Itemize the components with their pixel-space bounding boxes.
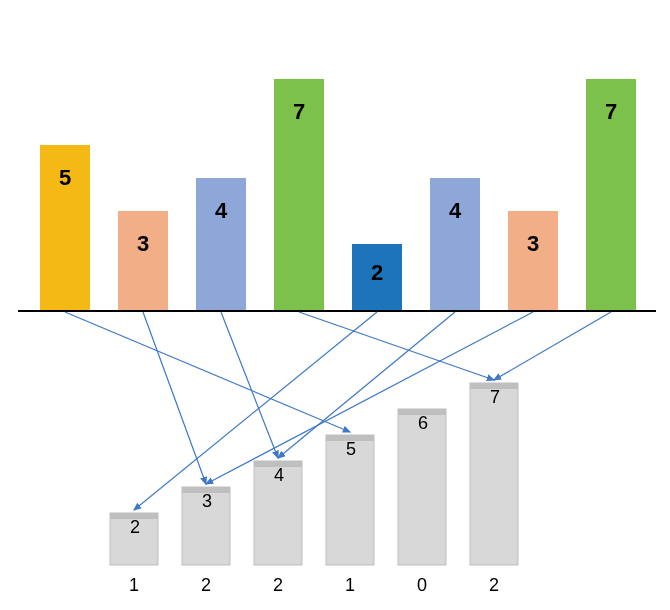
bottom-bar-count: 1 <box>345 575 355 595</box>
bottom-bar-height: 2 <box>130 517 140 537</box>
top-bar-value: 7 <box>293 99 305 124</box>
mapping-arrow <box>143 312 206 484</box>
bottom-bar-count: 1 <box>129 575 139 595</box>
mapping-arrow <box>221 312 278 458</box>
top-bar-value: 5 <box>59 165 71 190</box>
top-bar-value: 4 <box>449 198 462 223</box>
bottom-bar <box>470 383 518 565</box>
top-bar <box>508 211 558 310</box>
bottom-bar-height: 5 <box>346 439 356 459</box>
top-bar-value: 3 <box>137 231 149 256</box>
bottom-bar-count: 0 <box>417 575 427 595</box>
top-bar <box>118 211 168 310</box>
bottom-bar-height: 3 <box>202 491 212 511</box>
bottom-bar-height: 7 <box>490 387 500 407</box>
bottom-bar-count: 2 <box>273 575 283 595</box>
mapping-arrow <box>299 312 494 380</box>
mapping-arrow <box>65 312 350 432</box>
diagram-svg: 53472437213242516072 <box>0 0 670 610</box>
bottom-bar-count: 2 <box>489 575 499 595</box>
top-bar-value: 2 <box>371 260 383 285</box>
top-bar-value: 7 <box>605 99 617 124</box>
top-bar-value: 4 <box>215 198 228 223</box>
mapping-arrow <box>494 312 611 380</box>
bottom-bar-height: 6 <box>418 413 428 433</box>
bottom-bar-count: 2 <box>201 575 211 595</box>
bottom-bar-height: 4 <box>274 465 284 485</box>
top-bar-value: 3 <box>527 231 539 256</box>
